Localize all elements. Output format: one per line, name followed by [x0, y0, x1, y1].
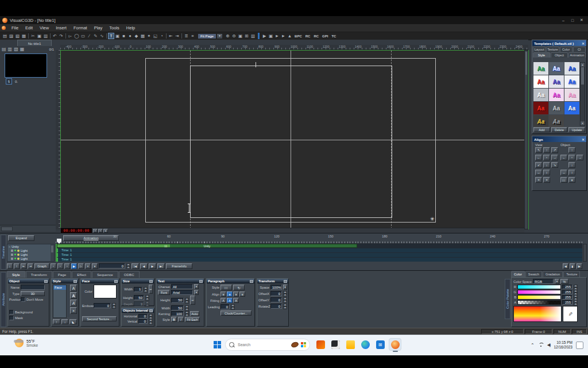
- attribute-vertical-tab[interactable]: Attribute: [1, 272, 6, 327]
- kerning-spinner[interactable]: ▲▼: [185, 311, 189, 316]
- app-menu-icon[interactable]: [2, 26, 6, 30]
- template-swatch[interactable]: Aa: [564, 102, 579, 114]
- offsetx-spinner[interactable]: ▲▼: [283, 291, 287, 296]
- text-height-input[interactable]: 50: [171, 298, 184, 303]
- color-picker-field[interactable]: [513, 306, 562, 322]
- attribute-tab[interactable]: Style: [7, 271, 25, 278]
- percent-button[interactable]: %: [560, 279, 568, 284]
- align-object-button[interactable]: |||: [560, 177, 567, 183]
- template-swatch[interactable]: Aa: [533, 89, 548, 101]
- template-swatch[interactable]: Aa: [564, 75, 579, 88]
- align-view-button[interactable]: ↖: [535, 147, 542, 153]
- offsetx-input[interactable]: 0: [270, 291, 282, 296]
- toolbar-icon[interactable]: ⊞: [243, 33, 250, 39]
- close-button[interactable]: ✕: [578, 17, 586, 24]
- charset-select[interactable]: All: [171, 284, 193, 289]
- templates-action-button[interactable]: Add: [533, 127, 550, 132]
- enabled-dot-icon[interactable]: [14, 250, 16, 251]
- type-button[interactable]: 3D: [21, 291, 45, 296]
- fit-page-combo[interactable]: Fit Page ▼: [198, 33, 223, 39]
- fill-each-button[interactable]: Fill Each: [185, 317, 200, 322]
- paragraph-align-button[interactable]: ≡: [227, 292, 233, 297]
- color-tab[interactable]: Swatch: [525, 271, 542, 277]
- channel-value-input[interactable]: 255: [562, 295, 572, 300]
- toolbar-icon[interactable]: ◔: [158, 33, 165, 39]
- page-tool-icon[interactable]: ▧: [14, 47, 18, 52]
- toolbar-icon[interactable]: ▥: [250, 33, 256, 39]
- toolbar-icon[interactable]: ⇤: [168, 33, 174, 39]
- timecode-button[interactable]: ▪: [98, 229, 103, 233]
- toolbar-icon[interactable]: ▧: [14, 33, 21, 39]
- toolbar-icon[interactable]: ■: [121, 33, 127, 39]
- enabled-dot-icon[interactable]: [14, 258, 16, 259]
- style-tool-button[interactable]: ×: [70, 307, 77, 314]
- attribute-tab[interactable]: Transform: [26, 271, 52, 278]
- section-icon[interactable]: [250, 280, 253, 283]
- template-swatch[interactable]: Aa: [549, 62, 564, 75]
- channel-gradient-slider[interactable]: [517, 290, 561, 294]
- viewport-vertical-scrollbar[interactable]: [524, 50, 528, 229]
- offsety-input[interactable]: 0: [270, 297, 282, 302]
- toolbar-text-button[interactable]: RC: [312, 34, 320, 38]
- offsety-spinner[interactable]: ▲▼: [283, 297, 287, 302]
- toolbar-icon[interactable]: ◆: [133, 33, 140, 39]
- align-view-button[interactable]: ↑: [543, 147, 550, 153]
- template-swatch[interactable]: Aa: [564, 89, 579, 101]
- menu-item[interactable]: View: [36, 25, 52, 30]
- chevron-down-icon[interactable]: ▼: [194, 284, 199, 289]
- style-layer-item[interactable]: Face: [53, 285, 66, 290]
- channel-spinner[interactable]: ▲▼: [574, 295, 578, 300]
- duration-bar[interactable]: Unity 11: [57, 244, 357, 248]
- attribute-tab[interactable]: Page: [53, 271, 71, 278]
- templates-subtab[interactable]: Animation: [568, 52, 586, 57]
- attribute-tab[interactable]: Sequence: [92, 271, 118, 278]
- horizontal-spinner[interactable]: ▲▼: [149, 314, 153, 319]
- toolbar-icon[interactable]: ✂: [30, 33, 36, 39]
- toolbar-icon[interactable]: ▣: [36, 33, 42, 39]
- toolbar-icon[interactable]: ◱: [152, 33, 158, 39]
- speaker-icon[interactable]: ◀): [547, 343, 551, 347]
- template-swatch[interactable]: Aa: [533, 75, 548, 88]
- emboss-input[interactable]: 0: [94, 303, 111, 308]
- toolbar-icon[interactable]: ↷: [58, 33, 64, 39]
- timeline-tool-button[interactable]: ↓: [7, 263, 13, 269]
- scroll-grip[interactable]: [1, 227, 13, 231]
- width-input[interactable]: 1: [134, 287, 142, 292]
- page-tool-icon[interactable]: ▦: [20, 47, 25, 52]
- timecode-button[interactable]: ▾: [103, 229, 108, 233]
- enabled-dot-icon[interactable]: [14, 254, 16, 255]
- page-tool-icon[interactable]: ▥: [8, 47, 13, 52]
- weather-widget[interactable]: 55°F Smoke: [15, 339, 38, 347]
- background-checkbox[interactable]: [9, 310, 14, 315]
- second-texture-button[interactable]: Second Texture...: [82, 316, 117, 321]
- transport-button[interactable]: ◀: [140, 263, 148, 269]
- template-swatch[interactable]: [564, 115, 579, 128]
- eyedropper-icon[interactable]: ✎: [567, 312, 573, 316]
- toolbar-icon[interactable]: ✦: [146, 33, 152, 39]
- section-icon[interactable]: [284, 280, 287, 283]
- chevron-down-icon[interactable]: ▼: [555, 279, 559, 284]
- align-view-button[interactable]: ↔: [535, 170, 542, 175]
- attribute-tab[interactable]: Effect: [72, 271, 91, 278]
- timeline-tool-button[interactable]: ▾: [92, 263, 98, 269]
- frame-spinner[interactable]: ▲▼: [126, 263, 130, 269]
- templates-action-button[interactable]: Delete: [551, 127, 568, 132]
- section-icon[interactable]: [149, 309, 153, 312]
- scroll-thumb[interactable]: [581, 67, 584, 85]
- toolbar-icon[interactable]: ▣: [114, 33, 121, 39]
- taskbar-app-button[interactable]: [359, 338, 372, 351]
- align-object-button[interactable]: ↓: [568, 162, 575, 168]
- emboss-spinner[interactable]: ▲▼: [112, 303, 116, 308]
- tree-row[interactable]: Light: [7, 256, 54, 260]
- align-object-button[interactable]: →: [577, 155, 583, 160]
- templates-tab[interactable]: CI: [573, 47, 586, 52]
- paragraph-fitting-button[interactable]: A: [220, 298, 226, 303]
- toolbar-icon[interactable]: ▨: [8, 33, 14, 39]
- notification-icon[interactable]: [576, 342, 583, 349]
- align-object-button[interactable]: ↕: [568, 170, 575, 175]
- timeline-tool-button[interactable]: ▫: [57, 263, 63, 269]
- templates-tab[interactable]: Color: [560, 47, 572, 52]
- channel-value-input[interactable]: 255: [562, 285, 572, 289]
- channel-value-input[interactable]: 255: [562, 290, 572, 294]
- playback-icon[interactable]: ▶: [261, 33, 268, 39]
